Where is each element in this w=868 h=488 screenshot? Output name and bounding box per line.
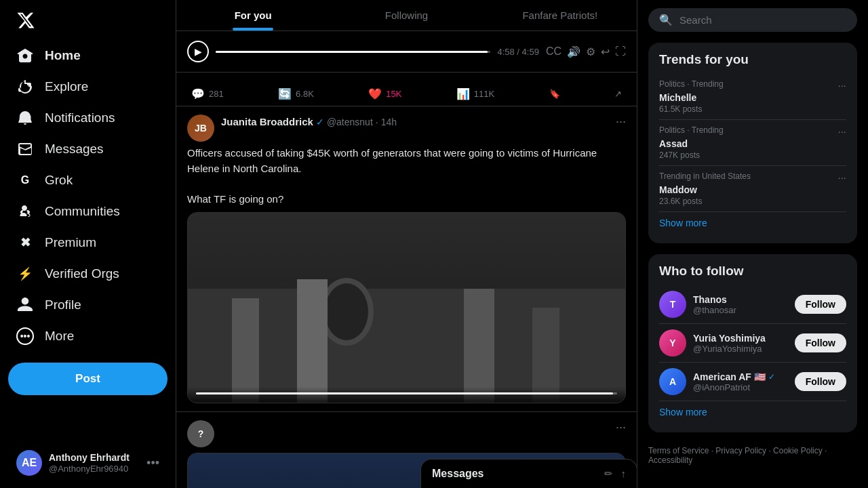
trend-header-maddow: Trending in United States ··· xyxy=(659,171,846,183)
tweet2-meta: ··· xyxy=(221,420,626,434)
reply-count: 281 xyxy=(209,89,224,99)
sidebar-label-premium: Premium xyxy=(45,235,96,250)
follow-handle-americanaf: @iAnonPatriot xyxy=(693,382,788,392)
sidebar-item-home[interactable]: Home xyxy=(8,40,167,71)
views-action[interactable]: 📊 111K xyxy=(452,85,498,103)
video-progress-bar[interactable] xyxy=(216,51,490,53)
sidebar-item-grok[interactable]: G Grok xyxy=(8,165,167,196)
like-count: 15K xyxy=(386,89,401,99)
follow-item-yuria: Y Yuria Yoshimiya @YuriaYoshimiya Follow xyxy=(659,324,846,363)
more-video-icon[interactable]: ↩ xyxy=(601,45,610,58)
sidebar-profile[interactable]: AE Anthony Ehrhardt @AnthonyEhr96940 ••• xyxy=(8,443,167,483)
profile-icon xyxy=(16,296,34,314)
tweet1: JB Juanita Broaddrick ✓ @atensnut · 14h … xyxy=(176,106,637,412)
sidebar-item-verified-orgs[interactable]: ⚡ Verified Orgs xyxy=(8,258,167,289)
follow-name-row-thanos: Thanos xyxy=(693,294,788,305)
search-input[interactable] xyxy=(679,14,846,26)
minimize-message-icon[interactable]: ↑ xyxy=(621,468,627,480)
follow-avatar-thanos: T xyxy=(659,291,686,318)
fullscreen-icon[interactable]: ⛶ xyxy=(615,45,626,58)
tweet1-actions: 💬 281 🔄 6.8K ❤️ 15K 📊 111K 🔖 xyxy=(187,85,626,103)
sidebar-label-grok: Grok xyxy=(45,173,73,188)
views-icon: 📊 xyxy=(456,87,470,100)
trend-more-assad[interactable]: ··· xyxy=(837,125,846,137)
follow-avatar-americanaf: A xyxy=(659,368,686,395)
trend-item-assad[interactable]: Politics · Trending ··· Assad 247K posts xyxy=(659,120,846,166)
trend-count-michelle: 61.5K posts xyxy=(659,104,846,114)
follow-name-americanaf: American AF 🇺🇸 xyxy=(693,371,766,382)
show-more-trends-link[interactable]: Show more xyxy=(659,212,846,234)
trend-name-michelle: Michelle xyxy=(659,92,846,103)
retweet-action[interactable]: 🔄 6.8K xyxy=(274,85,318,103)
video-controls[interactable]: CC 🔊 ⚙ ↩ ⛶ xyxy=(546,45,626,58)
feed-content: ▶ 4:58 / 4:59 CC 🔊 ⚙ ↩ ⛶ xyxy=(176,31,637,488)
follow-button-yuria[interactable]: Follow xyxy=(795,333,846,352)
settings-icon[interactable]: ⚙ xyxy=(586,45,595,58)
trend-more-maddow[interactable]: ··· xyxy=(837,171,846,183)
reply-action[interactable]: 💬 281 xyxy=(187,85,228,103)
sidebar-item-profile[interactable]: Profile xyxy=(8,289,167,321)
tweet1-time: 14h xyxy=(381,117,397,127)
follow-name-yuria: Yuria Yoshimiya xyxy=(693,333,766,344)
more-icon: ••• xyxy=(16,327,34,345)
trend-header-assad: Politics · Trending ··· xyxy=(659,125,846,137)
profile-name: Anthony Ehrhardt xyxy=(49,452,130,464)
compose-message-icon[interactable]: ✏ xyxy=(604,468,613,480)
tab-fanfare[interactable]: Fanfare Patriots! xyxy=(484,0,637,30)
bookmark-action[interactable]: 🔖 xyxy=(545,86,564,102)
trending-title: Trends for you xyxy=(659,52,846,67)
like-action[interactable]: ❤️ 15K xyxy=(364,85,406,103)
follow-info-thanos: Thanos @thanosar xyxy=(693,294,788,315)
trend-name-maddow: Maddow xyxy=(659,184,846,195)
tweet1-video-container[interactable] xyxy=(187,212,626,403)
retweet-icon: 🔄 xyxy=(278,87,292,100)
trend-item-maddow[interactable]: Trending in United States ··· Maddow 23.… xyxy=(659,166,846,212)
progress-bar xyxy=(196,392,617,394)
messages-panel[interactable]: Messages ✏ ↑ xyxy=(420,459,637,488)
home-icon xyxy=(16,47,34,64)
follow-name-row-yuria: Yuria Yoshimiya xyxy=(693,333,788,344)
sidebar-item-premium[interactable]: ✖ Premium xyxy=(8,227,167,258)
follow-button-americanaf[interactable]: Follow xyxy=(795,372,846,391)
sidebar-item-communities[interactable]: Communities xyxy=(8,196,167,227)
play-button[interactable]: ▶ xyxy=(187,41,209,62)
explore-icon xyxy=(16,78,34,96)
video-progress-fill xyxy=(216,51,488,53)
main-feed: For you Following Fanfare Patriots! ▶ 4:… xyxy=(176,0,637,488)
who-to-follow-title: Who to follow xyxy=(659,264,846,279)
avatar: AE xyxy=(16,450,42,476)
tabs-header: For you Following Fanfare Patriots! xyxy=(176,0,637,31)
tweet2-more-btn[interactable]: ··· xyxy=(616,420,626,434)
volume-icon[interactable]: 🔊 xyxy=(567,45,580,58)
sidebar-item-notifications[interactable]: Notifications xyxy=(8,102,167,134)
follow-item-americanaf: A American AF 🇺🇸 ✓ @iAnonPatriot Follow xyxy=(659,363,846,401)
sidebar-item-more[interactable]: ••• More xyxy=(8,321,167,352)
follow-avatar-yuria: Y xyxy=(659,329,686,357)
tweet1-author: Juanita Broaddrick xyxy=(221,116,313,127)
tweet2-author-row: ··· xyxy=(221,420,626,434)
tab-for-you[interactable]: For you xyxy=(176,0,330,30)
follow-name-row-americanaf: American AF 🇺🇸 ✓ xyxy=(693,371,788,382)
follow-button-thanos[interactable]: Follow xyxy=(795,295,846,314)
tweet1-more-btn[interactable]: ··· xyxy=(616,115,626,129)
tweet1-meta: Juanita Broaddrick ✓ @atensnut · 14h ··· xyxy=(221,115,626,129)
trend-more-michelle[interactable]: ··· xyxy=(837,79,846,91)
cc-icon[interactable]: CC xyxy=(546,45,561,58)
tweet2-header: ? ··· xyxy=(187,420,626,447)
tweet1-handle: @atensnut xyxy=(327,117,373,127)
tweet1-video-thumbnail xyxy=(188,213,625,403)
tweet2-avatar: ? xyxy=(187,420,214,447)
post-button[interactable]: Post xyxy=(8,363,167,395)
x-logo[interactable] xyxy=(8,5,167,37)
sidebar-item-messages[interactable]: Messages xyxy=(8,134,167,165)
show-more-follow-link[interactable]: Show more xyxy=(659,401,846,423)
trend-item-michelle[interactable]: Politics · Trending ··· Michelle 61.5K p… xyxy=(659,74,846,120)
sidebar-item-explore[interactable]: Explore xyxy=(8,71,167,102)
tab-following[interactable]: Following xyxy=(330,0,483,30)
share-action[interactable]: ↗ xyxy=(610,86,626,102)
trend-header-michelle: Politics · Trending ··· xyxy=(659,79,846,91)
footer-links: Terms of Service · Privacy Policy · Cook… xyxy=(648,443,857,468)
tweet1-dot: · xyxy=(376,117,378,127)
profile-more-dots[interactable]: ••• xyxy=(146,456,159,470)
search-box[interactable]: 🔍 xyxy=(648,8,857,32)
